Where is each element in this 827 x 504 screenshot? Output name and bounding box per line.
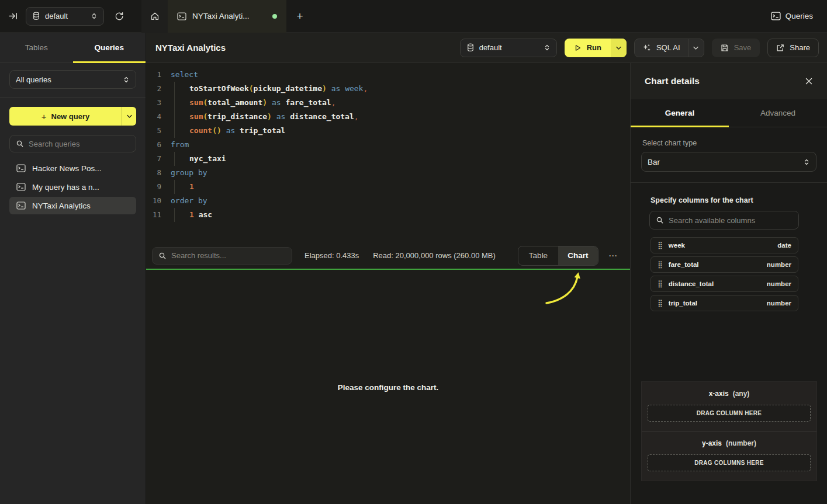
axis-configuration-card: x-axis(any) DRAG COLUMN HERE y-axis(numb… (641, 381, 817, 481)
query-list: Hacker News Pos...My query has a n...NYT… (9, 159, 136, 214)
column-name: distance_total (669, 280, 714, 287)
column-chip-trip_total[interactable]: ⣿trip_totalnumber (650, 295, 798, 311)
drag-handle-icon: ⣿ (658, 261, 663, 268)
search-results-input[interactable] (171, 251, 286, 260)
sidebar-tab-queries[interactable]: Queries (73, 33, 146, 62)
line-number: 6 (146, 138, 161, 152)
configure-chart-message: Please configure the chart. (146, 383, 630, 391)
new-tab-button[interactable]: + (286, 0, 313, 33)
query-terminal-icon (16, 164, 26, 172)
query-list-item[interactable]: Hacker News Pos... (9, 159, 136, 177)
search-queries-field[interactable] (9, 135, 136, 152)
column-chip-distance_total[interactable]: ⣿distance_totalnumber (650, 276, 798, 292)
indent-guide (171, 110, 189, 124)
column-type: date (777, 242, 791, 249)
indent-guide (171, 82, 189, 96)
new-query-button[interactable]: + New query (9, 107, 136, 126)
chart-panel-tabs: General Advanced (631, 99, 827, 127)
home-icon[interactable] (141, 0, 168, 33)
view-toggle-chart[interactable]: Chart (558, 246, 598, 265)
topbar-database-selector[interactable]: default (26, 7, 104, 26)
run-database-value: default (479, 43, 539, 52)
run-button[interactable]: Run (565, 39, 627, 57)
save-label: Save (734, 43, 752, 52)
y-axis-label: y-axis (702, 439, 722, 447)
x-axis-drop-zone[interactable]: DRAG COLUMN HERE (648, 405, 811, 422)
code-line: 7nyc_taxi (146, 152, 630, 166)
database-icon (466, 43, 475, 52)
run-options-button[interactable] (611, 39, 627, 57)
view-toggle-table[interactable]: Table (518, 246, 558, 265)
save-button[interactable]: Save (712, 39, 760, 57)
indent-guide (171, 152, 189, 166)
code-line: 3sum(total_amount) as fare_total, (146, 96, 630, 110)
refresh-icon[interactable] (108, 0, 131, 33)
tab-advanced[interactable]: Advanced (729, 99, 827, 127)
sql-editor[interactable]: 1select2toStartOfWeek(pickup_datetime) a… (146, 63, 630, 242)
run-label: Run (587, 43, 601, 52)
share-icon (776, 44, 784, 52)
play-icon (574, 44, 582, 52)
column-chip-fare_total[interactable]: ⣿fare_totalnumber (650, 256, 798, 273)
search-icon (158, 252, 167, 260)
code-line: 5count() as trip_total (146, 124, 630, 138)
tab-label: NYTaxi Analyti... (192, 12, 250, 20)
drag-handle-icon: ⣿ (658, 242, 663, 249)
run-database-selector[interactable]: default (460, 39, 557, 57)
query-item-label: NYTaxi Analytics (32, 201, 91, 210)
y-axis-type-hint: (number) (726, 439, 756, 447)
sidebar-tab-tables[interactable]: Tables (0, 33, 73, 62)
line-number: 11 (146, 208, 161, 222)
search-columns-input[interactable] (669, 216, 793, 225)
line-number: 8 (146, 166, 161, 180)
plus-icon: + (41, 112, 47, 121)
query-filter-value: All queries (16, 75, 118, 84)
query-item-label: My query has a n... (32, 183, 99, 192)
chart-details-panel: Chart details General Advanced Select ch… (630, 63, 827, 504)
y-axis-drop-zone[interactable]: DRAG COLUMNS HERE (648, 454, 811, 471)
save-icon (721, 44, 729, 52)
x-axis-type-hint: (any) (733, 390, 750, 398)
close-icon[interactable] (805, 77, 813, 85)
indent-guide (171, 96, 189, 110)
query-list-item[interactable]: My query has a n... (9, 178, 136, 196)
top-bar: default NYTaxi Analyti... (0, 0, 827, 33)
sidebar-collapse-icon[interactable] (0, 0, 26, 33)
line-number: 1 (146, 68, 161, 82)
query-list-item[interactable]: NYTaxi Analytics (9, 197, 136, 214)
topbar-database-value: default (45, 12, 86, 20)
new-query-dropdown-button[interactable] (122, 107, 136, 126)
drag-handle-icon: ⣿ (658, 300, 663, 307)
query-filter-select[interactable]: All queries (9, 70, 136, 89)
search-columns-field[interactable] (649, 211, 799, 230)
chart-canvas-area: Please configure the chart. (146, 270, 630, 504)
more-options-icon[interactable]: ⋯ (603, 246, 623, 266)
column-chip-week[interactable]: ⣿weekdate (650, 237, 798, 253)
x-axis-section: x-axis(any) DRAG COLUMN HERE (642, 382, 816, 431)
chart-details-title: Chart details (645, 76, 700, 86)
line-number: 3 (146, 96, 161, 110)
query-header: NYTaxi Analytics default (146, 33, 827, 63)
chart-type-label: Select chart type (642, 139, 815, 147)
sql-ai-button[interactable]: SQL AI (634, 39, 704, 57)
search-icon (656, 216, 664, 224)
query-item-label: Hacker News Pos... (32, 164, 102, 173)
search-results-field[interactable] (152, 247, 292, 265)
query-terminal-icon (16, 201, 26, 210)
line-number: 5 (146, 124, 161, 138)
queries-shortcut-button[interactable]: Queries (771, 12, 813, 20)
tab-general[interactable]: General (631, 99, 729, 127)
new-query-label: New query (51, 112, 90, 121)
table-chart-toggle: TableChart (518, 246, 598, 266)
tab-nytaxi-analytics[interactable]: NYTaxi Analyti... (168, 0, 286, 33)
column-name: week (669, 242, 685, 249)
column-type: number (767, 261, 791, 268)
database-icon (32, 12, 40, 20)
sql-ai-options-button[interactable] (688, 39, 704, 57)
search-queries-input[interactable] (29, 140, 130, 148)
query-terminal-icon (16, 183, 26, 191)
share-button[interactable]: Share (767, 39, 819, 57)
chart-type-select[interactable]: Bar (641, 152, 816, 172)
indent-guide (171, 180, 189, 194)
elapsed-time: Elapsed: 0.433s (304, 251, 359, 260)
